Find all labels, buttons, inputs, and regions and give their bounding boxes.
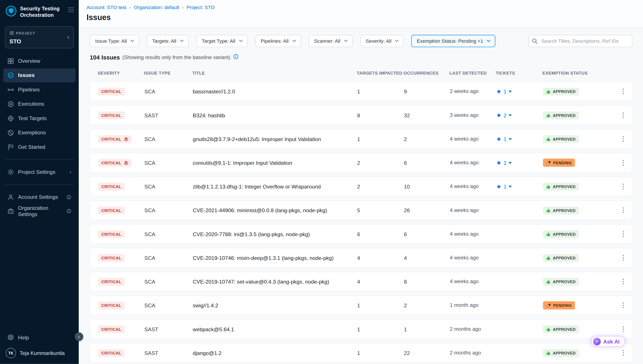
sidebar-item-organization-settings[interactable]: Organization Settings (3, 204, 75, 218)
last-detected: 4 weeks ago (450, 208, 496, 213)
breadcrumb-account-link[interactable]: Account: STO test (87, 4, 127, 10)
table-row[interactable]: CRITICAL SCA gnutls28@3.7.9-2+deb12u5: I… (90, 129, 632, 149)
ask-ai-button[interactable]: ✦ Ask AI (591, 336, 625, 346)
app-title: Security Testing Orchestration (20, 6, 61, 19)
table-row[interactable]: CRITICAL SCA coreutils@9.1-1: Improper I… (90, 153, 632, 172)
row-menu-button[interactable] (620, 228, 627, 240)
row-menu-button[interactable] (620, 109, 627, 121)
issues-summary: 104 Issues (Showing results only from th… (90, 54, 632, 61)
issue-type: SCA (144, 278, 193, 285)
issue-title[interactable]: zlib@1:1.2.13.dfsg-1: Integer Overflow o… (193, 183, 357, 190)
row-menu-button[interactable] (620, 86, 627, 97)
sidebar-item-issues[interactable]: Issues (3, 68, 75, 82)
table-row[interactable]: CRITICAL SAST django@1.2 1 22 2 months a… (90, 343, 632, 363)
row-menu-button[interactable] (620, 181, 627, 192)
sidebar-item-label: Executions (18, 101, 44, 107)
issue-title[interactable]: B324: hashlib (193, 112, 357, 118)
sidebar-collapse-handle[interactable]: ‹ (75, 332, 83, 341)
sidebar-item-label: Exemptions (18, 130, 46, 136)
kebab-menu-icon (622, 231, 624, 237)
exemption-label: APPROVED (553, 208, 576, 212)
filter-exemption-status[interactable]: Exemption Status: Pending +1 (411, 35, 495, 47)
table-row[interactable]: CRITICAL SCA zlib@1:1.2.13.dfsg-1: Integ… (90, 176, 632, 196)
table-row[interactable]: CRITICAL SAST B324: hashlib 8 32 3 weeks… (90, 105, 632, 125)
issue-title[interactable]: gnutls28@3.7.9-2+deb12u5: Improper Input… (193, 136, 357, 142)
row-menu-button[interactable] (620, 204, 627, 216)
row-menu-button[interactable] (620, 157, 627, 168)
test-targets-icon (7, 115, 14, 122)
issue-type: SCA (144, 136, 193, 142)
issue-title[interactable]: CVE-2019-10746: mixin-deep@1.3.1 (lang-p… (193, 255, 357, 261)
project-selector[interactable]: PROJECT STO › (5, 26, 74, 48)
row-menu-button[interactable] (620, 252, 627, 264)
sidebar-item-test-targets[interactable]: Test Targets (3, 111, 75, 125)
filter-target-type[interactable]: Target Type: All (196, 35, 248, 47)
table-row[interactable]: CRITICAL SAST webpack@5.64.1 1 1 2 month… (90, 319, 632, 339)
issue-title[interactable]: django@1.2 (193, 350, 357, 356)
filter-pipelines[interactable]: Pipelines: All (255, 35, 301, 47)
ticket-cell[interactable]: 2 (496, 112, 543, 118)
issue-title[interactable]: webpack@5.64.1 (193, 326, 357, 332)
table-row[interactable]: CRITICAL SCA CVE-2020-7788: ini@1.3.5 (l… (90, 224, 632, 244)
occurrences: 6 (404, 231, 450, 237)
table-row[interactable]: CRITICAL SCA swig//1.4.2 1 2 1 month ago (90, 296, 632, 315)
main-content: Account: STO test › Organization: defaul… (79, 0, 643, 364)
sidebar-item-executions[interactable]: Executions (3, 97, 75, 111)
issue-title[interactable]: CVE-2019-10747: set-value@0.4.3 (lang-pk… (193, 278, 357, 285)
occurrences: 2 (404, 302, 450, 308)
search-input[interactable] (528, 35, 632, 47)
col-exemption-status: EXEMPTION STATUS (542, 70, 620, 76)
ticket-cell[interactable]: 1 (496, 136, 543, 142)
severity-badge-label: CRITICAL (101, 256, 121, 260)
filter-issue-type[interactable]: Issue Type: All (90, 35, 139, 47)
exemption-label: APPROVED (553, 89, 576, 94)
sidebar-item-get-started[interactable]: Get Started (3, 140, 75, 154)
last-detected: 4 weeks ago (450, 136, 496, 142)
ticket-cell[interactable]: 1 (496, 160, 543, 166)
chevron-down-icon (131, 40, 134, 42)
filter-targets[interactable]: Targets: All (147, 35, 189, 47)
sidebar-item-overview[interactable]: Overview (3, 54, 75, 68)
table-row[interactable]: CRITICAL SCA CVE-2019-10747: set-value@0… (90, 272, 632, 291)
occurrences: 4 (404, 255, 450, 261)
ticket-cell[interactable]: 1 (496, 88, 543, 95)
breadcrumb-project-link[interactable]: Project: STO (187, 4, 215, 10)
severity-badge: CRITICAL (98, 88, 125, 96)
severity-badge: CRITICAL (98, 326, 125, 333)
sidebar-item-pipelines[interactable]: Pipelines (3, 82, 75, 96)
row-menu-button[interactable] (620, 133, 627, 145)
sidebar-item-account-settings[interactable]: Account Settings (3, 190, 75, 204)
row-menu-button[interactable] (620, 276, 627, 287)
issue-title[interactable]: coreutils@9.1-1: Improper Input Validati… (193, 160, 357, 166)
table-row[interactable]: CRITICAL SCA bassmaster//1.2.0 1 9 2 wee… (90, 82, 632, 101)
issue-title[interactable]: CVE-2020-7788: ini@1.3.5 (lang-pkgs, nod… (193, 231, 357, 237)
kebab-menu-icon (622, 350, 624, 356)
breadcrumb-organization-link[interactable]: Organization: default (134, 4, 179, 10)
issue-title[interactable]: swig//1.4.2 (193, 302, 357, 308)
apps-grid-icon[interactable] (68, 7, 74, 14)
sidebar-item-exemptions[interactable]: Exemptions (3, 126, 75, 140)
filter-severity[interactable]: Severity: All (360, 35, 404, 47)
table-row[interactable]: CRITICAL SCA CVE-2019-10746: mixin-deep@… (90, 248, 632, 268)
row-menu-button[interactable] (620, 300, 627, 311)
filter-scanner[interactable]: Scanner: All (309, 35, 353, 47)
ticket-cell[interactable]: 1 (496, 183, 543, 190)
col-severity: SEVERITY (98, 70, 144, 76)
table-row[interactable]: CRITICAL SCA CVE-2021-44906: minimist@0.… (90, 200, 632, 220)
issue-type: SAST (144, 326, 193, 332)
info-icon[interactable] (67, 208, 72, 213)
issue-title[interactable]: bassmaster//1.2.0 (193, 88, 357, 95)
sidebar-item-project-settings[interactable]: Project Settings › (3, 165, 75, 179)
row-menu-button[interactable] (620, 347, 627, 358)
sidebar-item-help[interactable]: Help (3, 330, 75, 344)
user-profile[interactable]: TK Teja Kummarikuntla (0, 344, 79, 359)
exemption-pending-icon (546, 303, 551, 308)
last-detected: 4 weeks ago (450, 184, 496, 189)
divider (5, 184, 74, 184)
info-icon[interactable] (67, 194, 72, 200)
issue-title[interactable]: CVE-2021-44906: minimist@0.0.8 (lang-pkg… (193, 207, 357, 214)
row-menu-button[interactable] (620, 324, 627, 335)
ask-ai-label: Ask AI (603, 338, 620, 344)
occurrences: 6 (404, 160, 450, 166)
info-icon[interactable] (233, 54, 239, 61)
